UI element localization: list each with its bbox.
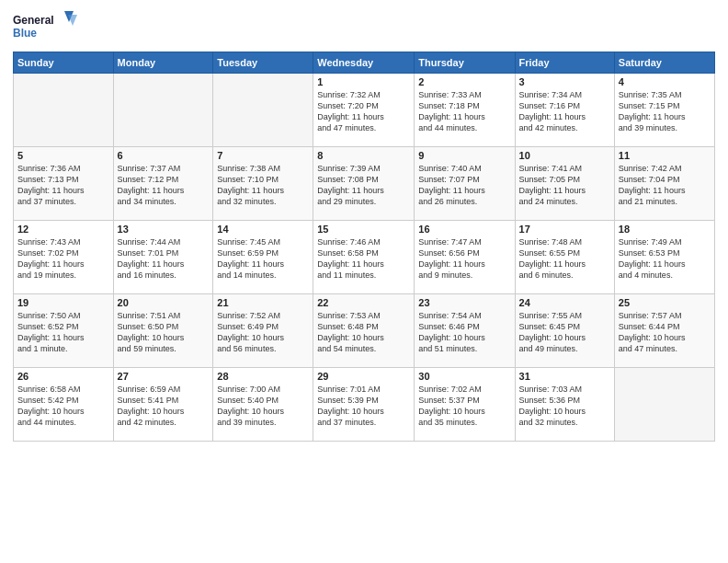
day-number: 21 [217, 297, 309, 308]
day-number: 10 [519, 150, 610, 161]
day-info: Sunrise: 7:37 AM Sunset: 7:12 PM Dayligh… [118, 163, 210, 208]
calendar-table: SundayMondayTuesdayWednesdayThursdayFrid… [13, 52, 715, 442]
day-info: Sunrise: 7:38 AM Sunset: 7:10 PM Dayligh… [217, 163, 309, 208]
day-info: Sunrise: 7:41 AM Sunset: 7:05 PM Dayligh… [519, 163, 610, 208]
day-info: Sunrise: 7:49 AM Sunset: 6:53 PM Dayligh… [619, 236, 711, 282]
day-info: Sunrise: 7:42 AM Sunset: 7:04 PM Dayligh… [619, 163, 711, 208]
calendar-cell [14, 74, 114, 147]
calendar-cell: 22Sunrise: 7:53 AM Sunset: 6:48 PM Dayli… [313, 294, 415, 368]
calendar-cell: 16Sunrise: 7:47 AM Sunset: 6:56 PM Dayli… [415, 221, 515, 294]
day-info: Sunrise: 7:34 AM Sunset: 7:16 PM Dayligh… [519, 89, 610, 134]
day-number: 2 [418, 76, 510, 87]
calendar-day-header: Monday [113, 52, 213, 74]
day-info: Sunrise: 7:51 AM Sunset: 6:50 PM Dayligh… [118, 310, 210, 355]
calendar-day-header: Thursday [415, 52, 515, 74]
day-number: 16 [418, 224, 510, 235]
calendar-cell [113, 74, 213, 147]
logo-svg: General Blue [13, 9, 77, 44]
day-number: 25 [619, 297, 711, 308]
logo: General Blue [13, 9, 77, 44]
calendar-cell: 11Sunrise: 7:42 AM Sunset: 7:04 PM Dayli… [614, 147, 714, 221]
day-number: 26 [17, 371, 109, 382]
calendar-cell: 7Sunrise: 7:38 AM Sunset: 7:10 PM Daylig… [213, 147, 313, 221]
calendar-cell: 17Sunrise: 7:48 AM Sunset: 6:55 PM Dayli… [515, 221, 614, 294]
day-info: Sunrise: 7:35 AM Sunset: 7:15 PM Dayligh… [619, 89, 711, 134]
day-number: 29 [317, 371, 410, 382]
day-number: 30 [418, 371, 510, 382]
calendar-cell: 14Sunrise: 7:45 AM Sunset: 6:59 PM Dayli… [213, 221, 313, 294]
calendar-cell: 25Sunrise: 7:57 AM Sunset: 6:44 PM Dayli… [614, 294, 714, 368]
calendar-cell: 31Sunrise: 7:03 AM Sunset: 5:36 PM Dayli… [515, 368, 614, 442]
day-number: 23 [418, 297, 510, 308]
calendar-cell [213, 74, 313, 147]
day-info: Sunrise: 7:50 AM Sunset: 6:52 PM Dayligh… [17, 310, 109, 355]
calendar-cell: 21Sunrise: 7:52 AM Sunset: 6:49 PM Dayli… [213, 294, 313, 368]
calendar-day-header: Saturday [614, 52, 714, 74]
day-number: 15 [317, 224, 410, 235]
day-number: 12 [17, 224, 109, 235]
calendar-cell: 4Sunrise: 7:35 AM Sunset: 7:15 PM Daylig… [614, 74, 714, 147]
day-info: Sunrise: 7:46 AM Sunset: 6:58 PM Dayligh… [317, 236, 410, 282]
day-info: Sunrise: 7:48 AM Sunset: 6:55 PM Dayligh… [519, 236, 610, 282]
day-number: 4 [619, 76, 711, 87]
day-number: 17 [519, 224, 610, 235]
day-info: Sunrise: 6:58 AM Sunset: 5:42 PM Dayligh… [17, 384, 109, 429]
day-info: Sunrise: 7:40 AM Sunset: 7:07 PM Dayligh… [418, 163, 510, 208]
day-info: Sunrise: 7:44 AM Sunset: 7:01 PM Dayligh… [118, 236, 210, 282]
day-info: Sunrise: 7:54 AM Sunset: 6:46 PM Dayligh… [418, 310, 510, 355]
day-info: Sunrise: 7:53 AM Sunset: 6:48 PM Dayligh… [317, 310, 410, 355]
day-number: 24 [519, 297, 610, 308]
calendar-day-header: Friday [515, 52, 614, 74]
calendar-week-row: 26Sunrise: 6:58 AM Sunset: 5:42 PM Dayli… [14, 368, 715, 442]
calendar-cell: 23Sunrise: 7:54 AM Sunset: 6:46 PM Dayli… [415, 294, 515, 368]
calendar-cell: 27Sunrise: 6:59 AM Sunset: 5:41 PM Dayli… [113, 368, 213, 442]
day-number: 3 [519, 76, 610, 87]
calendar-week-row: 1Sunrise: 7:32 AM Sunset: 7:20 PM Daylig… [14, 74, 715, 147]
day-info: Sunrise: 7:57 AM Sunset: 6:44 PM Dayligh… [619, 310, 711, 355]
calendar-cell: 20Sunrise: 7:51 AM Sunset: 6:50 PM Dayli… [113, 294, 213, 368]
calendar-cell: 15Sunrise: 7:46 AM Sunset: 6:58 PM Dayli… [313, 221, 415, 294]
day-info: Sunrise: 7:45 AM Sunset: 6:59 PM Dayligh… [217, 236, 309, 282]
day-info: Sunrise: 7:55 AM Sunset: 6:45 PM Dayligh… [519, 310, 610, 355]
calendar-day-header: Tuesday [213, 52, 313, 74]
calendar-day-header: Wednesday [313, 52, 415, 74]
day-info: Sunrise: 7:00 AM Sunset: 5:40 PM Dayligh… [217, 384, 309, 429]
day-number: 20 [118, 297, 210, 308]
day-info: Sunrise: 7:01 AM Sunset: 5:39 PM Dayligh… [317, 384, 410, 429]
day-info: Sunrise: 7:47 AM Sunset: 6:56 PM Dayligh… [418, 236, 510, 282]
calendar-cell: 29Sunrise: 7:01 AM Sunset: 5:39 PM Dayli… [313, 368, 415, 442]
day-info: Sunrise: 7:33 AM Sunset: 7:18 PM Dayligh… [418, 89, 510, 134]
day-number: 22 [317, 297, 410, 308]
calendar-cell: 12Sunrise: 7:43 AM Sunset: 7:02 PM Dayli… [14, 221, 114, 294]
svg-text:Blue: Blue [13, 27, 37, 40]
day-number: 11 [619, 150, 711, 161]
calendar-cell: 18Sunrise: 7:49 AM Sunset: 6:53 PM Dayli… [614, 221, 714, 294]
calendar-cell: 24Sunrise: 7:55 AM Sunset: 6:45 PM Dayli… [515, 294, 614, 368]
calendar-cell: 1Sunrise: 7:32 AM Sunset: 7:20 PM Daylig… [313, 74, 415, 147]
day-info: Sunrise: 7:32 AM Sunset: 7:20 PM Dayligh… [317, 89, 410, 134]
day-number: 6 [118, 150, 210, 161]
day-info: Sunrise: 7:39 AM Sunset: 7:08 PM Dayligh… [317, 163, 410, 208]
calendar-week-row: 5Sunrise: 7:36 AM Sunset: 7:13 PM Daylig… [14, 147, 715, 221]
day-number: 9 [418, 150, 510, 161]
day-info: Sunrise: 7:36 AM Sunset: 7:13 PM Dayligh… [17, 163, 109, 208]
day-number: 7 [217, 150, 309, 161]
calendar-cell: 8Sunrise: 7:39 AM Sunset: 7:08 PM Daylig… [313, 147, 415, 221]
day-number: 28 [217, 371, 309, 382]
day-info: Sunrise: 7:02 AM Sunset: 5:37 PM Dayligh… [418, 384, 510, 429]
day-number: 5 [17, 150, 109, 161]
calendar-cell [614, 368, 714, 442]
day-number: 18 [619, 224, 711, 235]
calendar-header-row: SundayMondayTuesdayWednesdayThursdayFrid… [14, 52, 715, 74]
day-number: 1 [317, 76, 410, 87]
page-header: General Blue [13, 9, 715, 44]
calendar-cell: 19Sunrise: 7:50 AM Sunset: 6:52 PM Dayli… [14, 294, 114, 368]
calendar-cell: 5Sunrise: 7:36 AM Sunset: 7:13 PM Daylig… [14, 147, 114, 221]
day-info: Sunrise: 7:52 AM Sunset: 6:49 PM Dayligh… [217, 310, 309, 355]
calendar-cell: 10Sunrise: 7:41 AM Sunset: 7:05 PM Dayli… [515, 147, 614, 221]
calendar-cell: 30Sunrise: 7:02 AM Sunset: 5:37 PM Dayli… [415, 368, 515, 442]
day-number: 31 [519, 371, 610, 382]
day-info: Sunrise: 6:59 AM Sunset: 5:41 PM Dayligh… [118, 384, 210, 429]
day-number: 14 [217, 224, 309, 235]
calendar-day-header: Sunday [14, 52, 114, 74]
